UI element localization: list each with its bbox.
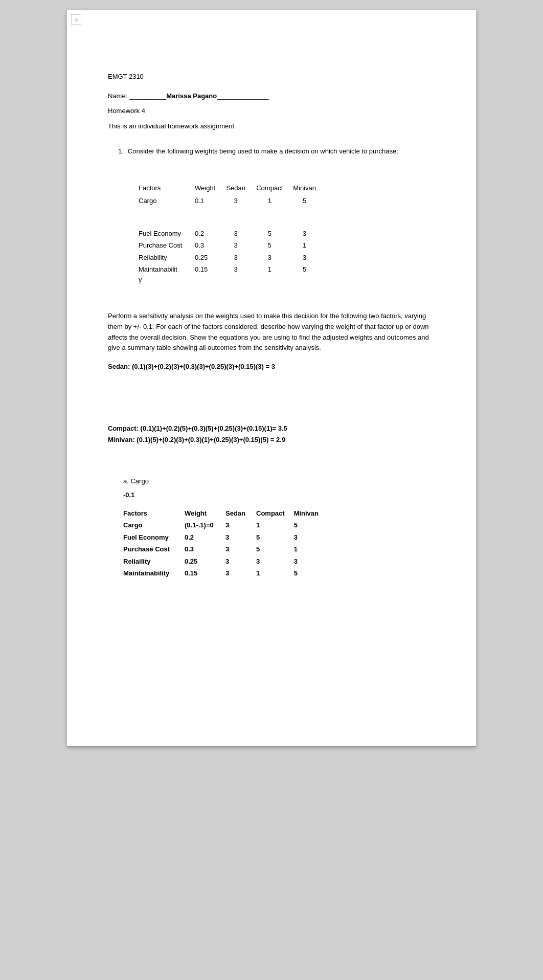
bold-header-sedan: Sedan: [225, 507, 256, 520]
name-underline-left: __________: [129, 92, 166, 100]
compact-fuel-economy: 5: [256, 228, 293, 240]
bold-factor-cargo: Cargo: [123, 519, 185, 531]
bold-header-compact: Compact: [256, 507, 294, 520]
bold-compact-reliaility: 3: [256, 555, 294, 568]
neg-label: -0.1: [123, 490, 435, 500]
bold-header-minivan: Minivan: [294, 507, 328, 520]
bold-header-weight: Weight: [185, 507, 225, 520]
bold-sedan-reliaility: 3: [225, 555, 256, 568]
question-number: 1.: [118, 146, 124, 157]
sedan-fuel-economy: 3: [225, 228, 256, 240]
sensitivity-paragraph: Perform a sensitivity analysis on the we…: [108, 311, 435, 353]
factor-cargo: Cargo: [139, 195, 195, 207]
bold-table-header-row: Factors Weight Sedan Compact Minivan: [123, 507, 328, 520]
minivan-purchase-cost: 1: [293, 239, 326, 252]
bold-header-factors: Factors: [123, 507, 185, 520]
adjusted-factors-table: Factors Weight Sedan Compact Minivan Car…: [123, 507, 328, 580]
table-header-row: Factors Weight Sedan Compact Minivan: [139, 182, 326, 195]
name-prefix: Name:: [108, 92, 127, 100]
question-1-body: Consider the following weights being use…: [128, 147, 398, 155]
compact-purchase-cost: 5: [256, 239, 293, 252]
sedan-reliability: 3: [225, 252, 256, 264]
bold-weight-purchase-cost: 0.3: [185, 543, 225, 555]
broken-image-icon: ⚠: [71, 14, 81, 25]
student-name: Marissa Pagano: [166, 92, 217, 100]
table-row: Cargo 0.1 3 1 5: [139, 195, 326, 207]
minivan-fuel-economy: 3: [293, 228, 326, 240]
minivan-reliability: 3: [293, 252, 326, 264]
bold-minivan-purchase-cost: 1: [294, 543, 328, 555]
weight-maintainability: 0.15: [195, 263, 225, 285]
bold-table-row: Fuel Economy 0.2 3 5 3: [123, 531, 328, 544]
bold-weight-fuel-economy: 0.2: [185, 531, 225, 544]
weight-cargo: 0.1: [195, 195, 225, 207]
factor-maintainability: Maintainability: [139, 263, 195, 285]
bold-minivan-cargo: 5: [294, 519, 328, 531]
bold-sedan-fuel-economy: 3: [225, 531, 256, 544]
bold-sedan-cargo: 3: [225, 519, 256, 531]
header-sedan: Sedan: [225, 182, 256, 195]
bold-factor-maintainability: Maintainability: [123, 567, 185, 580]
bold-compact-purchase-cost: 5: [256, 543, 294, 555]
compact-equation: Compact: (0.1)(1)+(0.2)(5)+(0.3)(5)+(0.2…: [108, 423, 435, 434]
factor-purchase-cost: Purchase Cost: [139, 239, 195, 252]
compact-cargo: 1: [256, 195, 293, 207]
header-factors: Factors: [139, 182, 195, 195]
bold-factor-fuel-economy: Fuel Economy: [123, 531, 185, 544]
bold-minivan-fuel-economy: 3: [294, 531, 328, 544]
sedan-maintainability: 3: [225, 263, 256, 285]
weight-fuel-economy: 0.2: [195, 228, 225, 240]
document-page: ⚠ EMGT 2310 Name: __________Marissa Paga…: [67, 10, 476, 747]
sub-section-a: a. Cargo -0.1 Factors Weight Sedan Compa…: [123, 476, 435, 580]
sedan-cargo: 3: [225, 195, 256, 207]
homework-label: Homework 4: [108, 106, 435, 116]
minivan-equation: Minivan: (0.1)(5)+(0.2)(3)+(0.3)(1)+(0.2…: [108, 434, 435, 446]
factor-reliability: Reliability: [139, 252, 195, 264]
bold-table-row: Purchase Cost 0.3 3 5 1: [123, 543, 328, 555]
compact-maintainability: 1: [256, 263, 293, 285]
weight-purchase-cost: 0.3: [195, 239, 225, 252]
name-line: Name: __________Marissa Pagano__________…: [108, 91, 435, 101]
sub-a-label: a. Cargo: [123, 476, 435, 486]
bold-table-row: Cargo (0.1-.1)=0 3 1 5: [123, 519, 328, 531]
page-border-bottom: [67, 746, 476, 747]
bold-table-row: Reliaility 0.25 3 3 3: [123, 555, 328, 568]
header-minivan: Minivan: [293, 182, 326, 195]
course-id: EMGT 2310: [108, 72, 435, 82]
question-1-text: 1. Consider the following weights being …: [118, 146, 435, 157]
bold-sedan-purchase-cost: 3: [225, 543, 256, 555]
initial-factors-table-section: Factors Weight Sedan Compact Minivan Car…: [139, 182, 435, 286]
table-row-spacer: [139, 207, 326, 228]
table-row: Maintainability 0.15 3 1 5: [139, 263, 326, 285]
compact-minivan-equations: Compact: (0.1)(1)+(0.2)(5)+(0.3)(5)+(0.2…: [108, 423, 435, 446]
bold-compact-cargo: 1: [256, 519, 294, 531]
table-row: Purchase Cost 0.3 3 5 1: [139, 239, 326, 252]
compact-reliability: 3: [256, 252, 293, 264]
initial-factors-table: Factors Weight Sedan Compact Minivan Car…: [139, 182, 326, 286]
bold-table-row: Maintainability 0.15 3 1 5: [123, 567, 328, 580]
table-row: Fuel Economy 0.2 3 5 3: [139, 228, 326, 240]
minivan-maintainability: 5: [293, 263, 326, 285]
table-row: Reliability 0.25 3 3 3: [139, 252, 326, 264]
bold-minivan-maintainability: 5: [294, 567, 328, 580]
bold-minivan-reliaility: 3: [294, 555, 328, 568]
minivan-cargo: 5: [293, 195, 326, 207]
bold-compact-fuel-economy: 5: [256, 531, 294, 544]
bold-weight-maintainability: 0.15: [185, 567, 225, 580]
bold-sedan-maintainability: 3: [225, 567, 256, 580]
bold-compact-maintainability: 1: [256, 567, 294, 580]
header-weight: Weight: [195, 182, 225, 195]
bold-weight-reliaility: 0.25: [185, 555, 225, 568]
header-compact: Compact: [256, 182, 293, 195]
bold-weight-cargo: (0.1-.1)=0: [185, 519, 225, 531]
weight-reliability: 0.25: [195, 252, 225, 264]
bold-factor-purchase-cost: Purchase Cost: [123, 543, 185, 555]
factor-fuel-economy: Fuel Economy: [139, 228, 195, 240]
sedan-equation: Sedan: (0.1)(3)+(0.2)(3)+(0.3)(3)+(0.25)…: [108, 362, 435, 372]
question-1-block: 1. Consider the following weights being …: [108, 146, 435, 285]
sedan-purchase-cost: 3: [225, 239, 256, 252]
individual-note: This is an individual homework assignmen…: [108, 121, 435, 131]
bold-factor-reliaility: Reliaility: [123, 555, 185, 568]
name-underline-right: ______________: [217, 92, 268, 100]
